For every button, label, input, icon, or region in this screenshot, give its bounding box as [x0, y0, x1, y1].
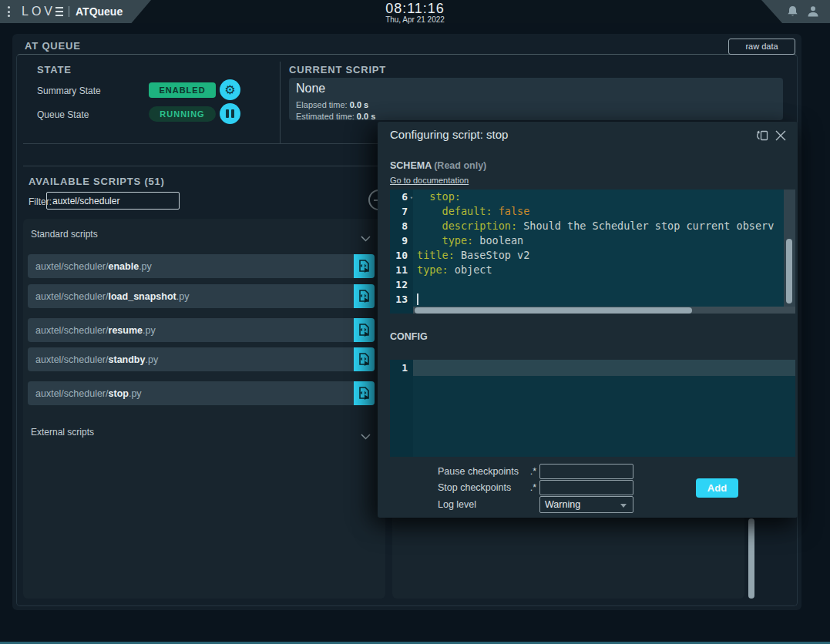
current-script-panel: None Elapsed time: 0.0 s Estimated time:…: [289, 78, 783, 120]
log-level-label: Log level: [438, 499, 476, 510]
pause-icon: [226, 109, 234, 118]
pause-queue-button[interactable]: [220, 103, 240, 124]
available-scripts-list: Standard scripts auxtel/scheduler/enable…: [23, 219, 385, 599]
config-heading: CONFIG: [390, 331, 428, 342]
close-icon[interactable]: [775, 130, 786, 144]
love-logo: LOV: [22, 5, 55, 18]
code-line: 12: [390, 277, 795, 292]
elapsed-time: Elapsed time: 0.0 s: [296, 100, 368, 109]
stop-checkpoints-label: Stop checkpoints: [438, 482, 511, 493]
code-line: 11type: object: [390, 263, 795, 277]
standard-scripts-group[interactable]: Standard scripts: [31, 229, 98, 240]
summary-state-settings-button[interactable]: ⚙: [220, 79, 240, 100]
schema-editor[interactable]: 6▾ stop: 7 default: false 8 description:…: [390, 190, 795, 314]
script-path: auxtel/scheduler/standby.py: [28, 354, 158, 365]
date-display: Thu, Apr 21 2022: [385, 15, 445, 24]
log-level-value: Warning: [545, 499, 580, 510]
script-row[interactable]: auxtel/scheduler/standby.py: [28, 347, 375, 371]
clock: 08:11:16 Thu, Apr 21 2022: [385, 1, 445, 24]
active-line: [413, 360, 795, 376]
raw-data-button[interactable]: raw data: [728, 39, 795, 55]
queue-state-badge: RUNNING: [149, 106, 216, 122]
add-button[interactable]: Add: [696, 478, 738, 498]
code-line: 1: [390, 360, 795, 376]
time-display: 08:11:16: [385, 1, 445, 17]
launch-script-button[interactable]: [354, 254, 375, 278]
header-right-tab: [761, 0, 830, 23]
chevron-down-icon[interactable]: [361, 231, 371, 245]
summary-state-badge: ENABLED: [149, 82, 216, 98]
love-logo-e-icon: [55, 7, 63, 17]
header-left-tab: LOV ATQueue: [0, 0, 151, 23]
schema-title: SCHEMA: [390, 160, 432, 171]
pause-checkpoints-label: Pause checkpoints: [438, 466, 519, 477]
scrollbar-thumb[interactable]: [415, 307, 692, 314]
panel-title: AT QUEUE: [25, 40, 81, 52]
configure-script-modal: Configuring script: stop SCHEMA (Read on…: [378, 122, 798, 518]
config-editor[interactable]: 1: [390, 360, 795, 457]
code-line: 10title: BaseStop v2: [390, 248, 795, 263]
estimated-time-value: 0.0 s: [357, 112, 375, 121]
code-line: 13: [390, 292, 795, 307]
app-title: ATQueue: [76, 5, 123, 18]
elapsed-time-value: 0.0 s: [350, 100, 368, 109]
elapsed-time-label: Elapsed time:: [296, 100, 350, 109]
scrollbar-thumb[interactable]: [748, 518, 754, 599]
script-path: auxtel/scheduler/load_snapshot.py: [28, 291, 189, 302]
current-script-name: None: [296, 82, 325, 96]
filter-input[interactable]: [46, 192, 180, 210]
summary-state-label: Summary State: [37, 86, 101, 96]
current-script-heading: CURRENT SCRIPT: [289, 64, 386, 75]
script-file-icon: [358, 290, 370, 303]
script-row[interactable]: auxtel/scheduler/enable.py: [28, 254, 375, 278]
state-heading: STATE: [37, 64, 72, 75]
code-line: 8 description: Should the Scheduler stop…: [390, 219, 795, 233]
script-path: auxtel/scheduler/resume.py: [28, 325, 156, 336]
schema-editor-rows: 6▾ stop: 7 default: false 8 description:…: [390, 190, 795, 307]
schema-heading: SCHEMA (Read only): [390, 160, 486, 171]
pause-checkpoints-input[interactable]: [539, 464, 633, 479]
stop-checkpoints-pattern: .*: [523, 482, 536, 493]
queue-state-label: Queue State: [37, 109, 89, 120]
launch-script-button[interactable]: [354, 381, 375, 405]
horizontal-scrollbar[interactable]: [390, 307, 795, 314]
vertical-divider: [280, 62, 281, 143]
available-scripts-heading: AVAILABLE SCRIPTS (51): [29, 176, 165, 187]
schema-readonly-note: (Read only): [432, 160, 487, 171]
script-path: auxtel/scheduler/stop.py: [28, 388, 142, 399]
top-bar: LOV ATQueue 08:11:16 Thu, Apr 21 2022: [0, 0, 830, 23]
script-file-icon: [358, 387, 370, 400]
script-file-icon: [358, 353, 370, 366]
launch-script-button[interactable]: [354, 347, 375, 371]
user-account-icon[interactable]: [807, 5, 819, 18]
script-row[interactable]: auxtel/scheduler/load_snapshot.py: [28, 284, 375, 308]
menu-kebab-icon[interactable]: [8, 6, 10, 17]
log-level-select[interactable]: Warning: [539, 496, 633, 513]
config-editor-body: [390, 376, 795, 457]
estimated-time: Estimated time: 0.0 s: [296, 112, 375, 121]
launch-script-button[interactable]: [354, 318, 375, 342]
code-line: 6▾ stop:: [390, 190, 795, 204]
script-path: auxtel/scheduler/enable.py: [28, 261, 152, 272]
vertical-scrollbar[interactable]: [784, 190, 795, 307]
gear-icon: ⚙: [224, 82, 235, 97]
code-line: 9 type: boolean: [390, 233, 795, 248]
modal-title: Configuring script: stop: [390, 128, 508, 141]
detach-window-icon[interactable]: [754, 129, 769, 145]
atqueue-screen: LOV ATQueue 08:11:16 Thu, Apr 21 2022 AT…: [0, 0, 830, 644]
script-file-icon: [358, 260, 370, 273]
external-scripts-group[interactable]: External scripts: [31, 427, 94, 438]
launch-script-button[interactable]: [354, 284, 375, 308]
text-cursor: [417, 293, 418, 305]
estimated-time-label: Estimated time:: [296, 112, 357, 121]
scrollbar-thumb[interactable]: [786, 239, 792, 304]
script-file-icon: [358, 324, 370, 337]
chevron-down-icon[interactable]: [361, 429, 371, 443]
stop-checkpoints-input[interactable]: [539, 480, 633, 495]
notifications-bell-icon[interactable]: [787, 5, 798, 18]
pause-checkpoints-pattern: .*: [523, 466, 536, 477]
script-row[interactable]: auxtel/scheduler/stop.py: [28, 381, 375, 405]
script-row[interactable]: auxtel/scheduler/resume.py: [28, 318, 375, 342]
dropdown-caret-icon: [620, 504, 627, 508]
documentation-link[interactable]: Go to documentation: [390, 176, 469, 185]
